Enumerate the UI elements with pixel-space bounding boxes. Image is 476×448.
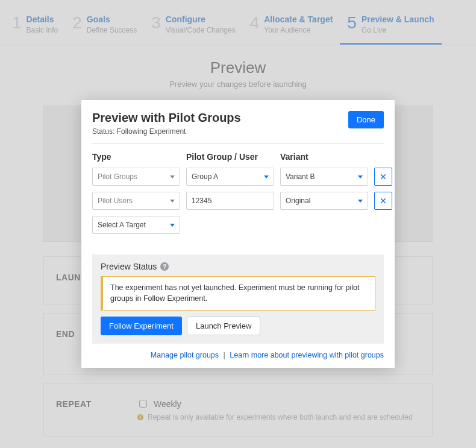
chevron-down-icon (170, 175, 175, 178)
variant-value: Original (286, 197, 310, 205)
link-separator: | (224, 351, 225, 359)
preview-status-alert: The experiment has not yet launched. Exp… (101, 276, 375, 311)
pilot-grid: Type Pilot Group / User Variant Pilot Gr… (92, 152, 384, 234)
done-button[interactable]: Done (348, 111, 384, 128)
chevron-down-icon (358, 175, 363, 178)
select-target[interactable]: Select A Target (92, 216, 180, 234)
chevron-down-icon (264, 175, 269, 178)
manage-pilot-groups-link[interactable]: Manage pilot groups (151, 351, 219, 359)
variant-select-row1[interactable]: Variant B (280, 168, 368, 186)
group-value: Group A (192, 172, 218, 181)
col-group: Pilot Group / User (186, 152, 274, 162)
group-select-row1[interactable]: Group A (186, 168, 274, 186)
type-value: Pilot Groups (98, 172, 137, 181)
chevron-down-icon (170, 224, 175, 227)
type-value: Pilot Users (98, 197, 133, 205)
remove-row-button[interactable] (374, 168, 392, 186)
user-input-row2[interactable]: 12345 (186, 192, 274, 210)
pilot-preview-modal: Preview with Pilot Groups Status: Follow… (81, 100, 395, 368)
remove-row-button[interactable] (374, 192, 392, 210)
col-type: Type (92, 152, 180, 162)
follow-experiment-button[interactable]: Follow Experiment (101, 317, 182, 335)
modal-title: Preview with Pilot Groups (92, 111, 241, 125)
preview-status-title: Preview Status (101, 262, 157, 271)
learn-more-link[interactable]: Learn more about previewing with pilot g… (230, 351, 384, 359)
modal-footer-links: Manage pilot groups | Learn more about p… (92, 351, 384, 359)
launch-preview-button[interactable]: Launch Preview (187, 317, 261, 335)
chevron-down-icon (170, 200, 175, 203)
modal-status: Status: Following Experiment (92, 127, 241, 136)
variant-value: Variant B (286, 172, 315, 181)
select-target-label: Select A Target (98, 221, 146, 229)
type-select-row1[interactable]: Pilot Groups (92, 168, 180, 186)
col-variant: Variant (280, 152, 368, 162)
preview-status-box: Preview Status ? The experiment has not … (92, 254, 384, 344)
variant-select-row2[interactable]: Original (280, 192, 368, 210)
help-icon[interactable]: ? (160, 262, 169, 271)
chevron-down-icon (358, 200, 363, 203)
user-value: 12345 (192, 197, 211, 205)
type-select-row2[interactable]: Pilot Users (92, 192, 180, 210)
